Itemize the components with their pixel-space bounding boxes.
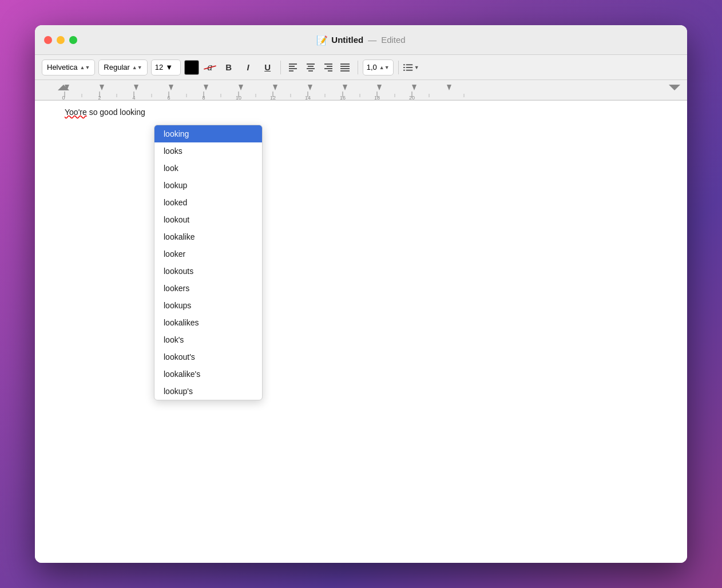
svg-marker-29 [308,85,312,90]
document-text: Yoo're so good looking [65,108,145,117]
svg-rect-0 [289,63,297,65]
bold-button[interactable]: B [221,59,237,76]
svg-rect-8 [324,63,332,65]
svg-marker-33 [447,85,451,90]
font-style-select[interactable]: Regular ▲▼ [98,59,147,76]
svg-rect-5 [308,66,314,67]
svg-marker-31 [377,85,382,90]
autocomplete-item-11[interactable]: lookalikes [154,314,262,331]
font-family-chevron: ▲▼ [80,65,90,70]
line-spacing-select[interactable]: 1,0 ▲▼ [363,59,394,76]
autocomplete-item-2[interactable]: look [154,160,262,177]
title-area: 📝 Untitled — Edited [316,35,405,45]
ruler: 0 2 4 6 8 10 12 14 16 [35,80,687,101]
svg-rect-1 [289,66,295,67]
line-spacing-label: 1,0 [367,63,377,71]
align-left-button[interactable] [285,59,302,76]
toolbar-sep-2 [358,61,358,74]
svg-marker-23 [100,85,104,90]
titlebar: 📝 Untitled — Edited [35,25,687,55]
window-controls [44,36,77,44]
svg-marker-35 [669,85,680,90]
align-justify-button[interactable] [337,59,353,76]
font-size-label: 12 [155,63,163,71]
svg-rect-6 [307,68,315,69]
svg-marker-27 [239,85,243,90]
autocomplete-item-10[interactable]: lookups [154,297,262,314]
autocomplete-item-15[interactable]: lookup's [154,383,262,400]
autocomplete-item-6[interactable]: lookalike [154,228,262,245]
ruler-svg: 0 2 4 6 8 10 12 14 16 [35,80,687,101]
autocomplete-item-13[interactable]: lookout's [154,348,262,365]
autocomplete-item-0[interactable]: looking [154,125,262,142]
document-content: Yoo're so good looking [35,101,687,124]
toolbar-sep-1 [280,61,281,74]
autocomplete-item-14[interactable]: lookalike's [154,365,262,383]
align-justify-icon [340,63,350,71]
close-button[interactable] [44,36,52,44]
align-center-button[interactable] [303,59,319,76]
spell-error-text: Yoo're [65,108,87,117]
font-size-chevron: ▼ [165,63,173,71]
document-area[interactable]: Yoo're so good looking looking looks loo… [35,101,687,563]
autocomplete-item-5[interactable]: lookout [154,211,262,228]
autocomplete-item-7[interactable]: looker [154,245,262,263]
autocomplete-item-12[interactable]: look's [154,331,262,348]
svg-marker-28 [273,85,277,90]
format-strikethrough-button[interactable]: a [203,60,217,75]
autocomplete-item-4[interactable]: looked [154,194,262,211]
svg-rect-18 [403,67,405,68]
svg-marker-24 [134,85,138,90]
title-separator: — [368,35,376,45]
autocomplete-item-3[interactable]: lookup [154,177,262,194]
font-size-select[interactable]: 12 ▼ [151,59,181,76]
font-style-chevron: ▲▼ [132,65,142,70]
minimize-button[interactable] [57,36,65,44]
svg-rect-15 [340,70,350,71]
title-edited-label: Edited [381,35,406,45]
document-text-rest: so good looking [87,108,145,117]
svg-rect-16 [403,64,405,65]
svg-rect-2 [289,68,297,69]
svg-marker-30 [343,85,347,90]
align-group [285,59,353,76]
svg-rect-12 [340,63,350,65]
main-window: 📝 Untitled — Edited Helvetica ▲▼ Regular… [35,25,687,563]
list-icon [403,63,414,71]
svg-rect-17 [406,64,412,65]
svg-rect-21 [406,69,412,70]
font-family-select[interactable]: Helvetica ▲▼ [42,59,95,76]
toolbar-sep-3 [398,61,399,74]
svg-rect-4 [307,63,315,65]
font-style-label: Regular [104,63,130,71]
svg-rect-10 [324,68,332,69]
autocomplete-item-8[interactable]: lookouts [154,263,262,280]
svg-rect-11 [328,70,332,71]
svg-marker-25 [169,85,173,90]
svg-rect-3 [289,70,293,71]
text-color-button[interactable] [184,60,199,75]
document-icon: 📝 [316,35,327,45]
underline-button[interactable]: U [260,59,276,76]
align-center-icon [306,63,315,71]
italic-button[interactable]: I [240,59,256,76]
svg-rect-9 [327,66,332,67]
svg-rect-13 [340,66,350,67]
list-chevron: ▼ [414,65,419,70]
font-family-label: Helvetica [47,63,77,71]
align-right-button[interactable] [320,59,336,76]
autocomplete-dropdown: looking looks look lookup looked lookout… [154,125,263,400]
maximize-button[interactable] [69,36,77,44]
autocomplete-item-1[interactable]: looks [154,142,262,160]
svg-marker-26 [204,85,208,90]
align-left-icon [289,63,298,71]
line-spacing-chevron: ▲▼ [379,65,390,70]
list-button[interactable]: ▼ [403,59,419,76]
document-title: Untitled [331,35,363,45]
toolbar: Helvetica ▲▼ Regular ▲▼ 12 ▼ a B I U [35,55,687,80]
svg-marker-32 [412,85,416,90]
autocomplete-item-9[interactable]: lookers [154,280,262,297]
svg-rect-20 [403,69,405,70]
svg-rect-7 [308,70,313,71]
align-right-icon [323,63,332,71]
